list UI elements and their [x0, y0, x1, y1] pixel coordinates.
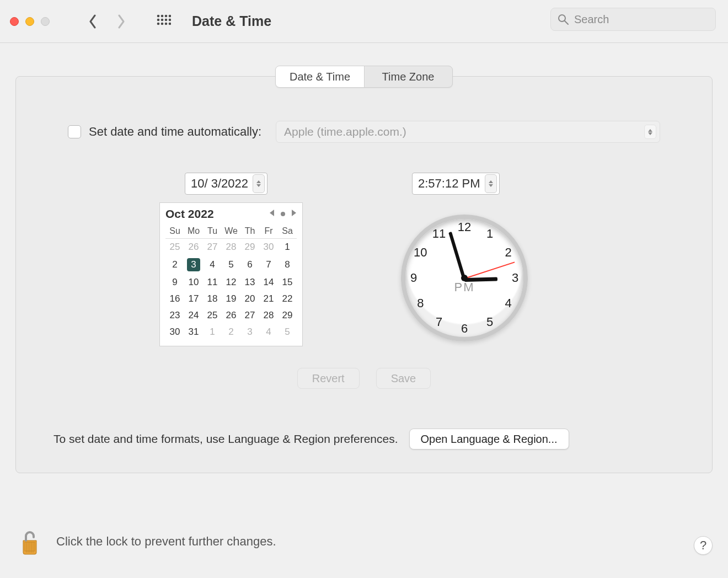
minimize-window-button[interactable]	[25, 17, 34, 26]
calendar-day[interactable]: 14	[259, 274, 278, 291]
svg-point-3	[169, 14, 171, 17]
calendar-grid: SuMoTuWeThFrSa 2526272829301234567891011…	[165, 224, 297, 340]
calendar-weekday: Mo	[184, 224, 203, 239]
lock-icon[interactable]	[15, 527, 44, 556]
calendar-weekday: We	[222, 224, 240, 239]
time-stepper[interactable]: 2:57:12 PM	[412, 173, 500, 195]
date-spin-icon[interactable]	[253, 174, 265, 193]
calendar-next-button[interactable]	[291, 208, 297, 220]
back-button[interactable]	[88, 14, 97, 29]
svg-point-11	[169, 22, 171, 25]
search-input[interactable]	[574, 13, 709, 26]
calendar-day[interactable]: 21	[259, 291, 278, 307]
calendar-today-button[interactable]	[281, 212, 285, 216]
clock-number: 12	[458, 220, 471, 234]
calendar-day[interactable]: 6	[240, 255, 259, 274]
calendar-day[interactable]: 7	[259, 255, 278, 274]
clock-number: 9	[410, 271, 417, 285]
calendar-day[interactable]: 22	[278, 291, 297, 307]
revert-label: Revert	[312, 372, 345, 385]
calendar-title: Oct 2022	[165, 207, 214, 221]
calendar-day[interactable]: 1	[278, 239, 297, 256]
tab-date-time[interactable]: Date & Time	[276, 66, 364, 87]
minute-hand	[448, 232, 466, 280]
calendar-day[interactable]: 10	[184, 274, 203, 291]
tab-time-zone-label: Time Zone	[382, 71, 435, 83]
calendar-day[interactable]: 15	[278, 274, 297, 291]
calendar-day[interactable]: 3	[240, 324, 259, 340]
time-spin-icon[interactable]	[485, 174, 497, 193]
button-row: Revert Save	[16, 368, 712, 389]
calendar-day[interactable]: 25	[165, 239, 184, 256]
date-stepper[interactable]: 10/ 3/2022	[185, 173, 267, 195]
calendar-day[interactable]: 3	[184, 255, 203, 274]
show-all-icon[interactable]	[157, 14, 171, 29]
help-button[interactable]: ?	[694, 536, 713, 555]
calendar-day[interactable]: 9	[165, 274, 184, 291]
calendar-day[interactable]: 28	[222, 239, 240, 256]
calendar-day[interactable]: 30	[165, 324, 184, 340]
time-server-value: Apple (time.apple.com.)	[284, 125, 406, 138]
close-window-button[interactable]	[10, 17, 19, 26]
calendar-day[interactable]: 4	[259, 324, 278, 340]
calendar-day[interactable]: 30	[259, 239, 278, 256]
calendar-day[interactable]: 18	[203, 291, 222, 307]
svg-point-10	[165, 22, 168, 25]
calendar-day[interactable]: 1	[203, 324, 222, 340]
calendar-day[interactable]: 29	[240, 239, 259, 256]
language-hint: To set date and time formats, use Langua…	[53, 432, 398, 446]
calendar-prev-button[interactable]	[269, 208, 275, 220]
calendar-day[interactable]: 2	[222, 324, 240, 340]
time-server-select[interactable]: Apple (time.apple.com.)	[276, 121, 660, 143]
zoom-window-button[interactable]	[41, 17, 50, 26]
calendar-day[interactable]: 26	[222, 307, 240, 324]
tab-date-time-label: Date & Time	[290, 71, 350, 83]
calendar-day[interactable]: 16	[165, 291, 184, 307]
tabs: Date & Time Time Zone	[275, 66, 453, 88]
svg-marker-15	[292, 210, 296, 216]
calendar-day[interactable]: 28	[259, 307, 278, 324]
calendar-day[interactable]: 5	[278, 324, 297, 340]
toolbar: Date & Time	[0, 0, 728, 43]
calendar-day[interactable]: 25	[203, 307, 222, 324]
calendar-day[interactable]: 19	[222, 291, 240, 307]
svg-point-2	[165, 14, 168, 17]
revert-button[interactable]: Revert	[297, 368, 360, 389]
calendar-day[interactable]: 12	[222, 274, 240, 291]
calendar-weekday: Fr	[259, 224, 278, 239]
calendar-day[interactable]: 20	[240, 291, 259, 307]
calendar-day[interactable]: 23	[165, 307, 184, 324]
open-language-region-button[interactable]: Open Language & Region...	[409, 429, 569, 449]
autoset-row: Set date and time automatically: Apple (…	[68, 121, 660, 143]
calendar-day[interactable]: 17	[184, 291, 203, 307]
calendar-day[interactable]: 24	[184, 307, 203, 324]
calendar-day[interactable]: 27	[240, 307, 259, 324]
clock-ampm: PM	[454, 280, 475, 295]
search-field[interactable]	[550, 8, 716, 31]
analog-clock: PM 121234567891011	[401, 215, 528, 341]
clock-number: 2	[505, 245, 512, 260]
tab-time-zone[interactable]: Time Zone	[364, 66, 452, 87]
svg-point-0	[157, 14, 160, 17]
second-hand	[464, 261, 515, 279]
calendar-day[interactable]: 11	[203, 274, 222, 291]
calendar-day[interactable]: 27	[203, 239, 222, 256]
calendar-day[interactable]: 8	[278, 255, 297, 274]
calendar-day[interactable]: 29	[278, 307, 297, 324]
date-value: 10/ 3/2022	[191, 176, 248, 191]
calendar-day[interactable]: 5	[222, 255, 240, 274]
svg-point-6	[165, 18, 168, 21]
hour-hand	[464, 277, 497, 282]
clock-number: 3	[512, 271, 518, 285]
autoset-checkbox[interactable]	[68, 125, 81, 138]
calendar-day[interactable]: 31	[184, 324, 203, 340]
clock-number: 7	[436, 315, 442, 329]
clock-number: 11	[432, 227, 446, 241]
calendar-weekday: Tu	[203, 224, 222, 239]
forward-button[interactable]	[117, 14, 126, 29]
calendar-day[interactable]: 26	[184, 239, 203, 256]
calendar-day[interactable]: 2	[165, 255, 184, 274]
calendar-day[interactable]: 13	[240, 274, 259, 291]
save-button[interactable]: Save	[376, 368, 431, 389]
calendar-day[interactable]: 4	[203, 255, 222, 274]
